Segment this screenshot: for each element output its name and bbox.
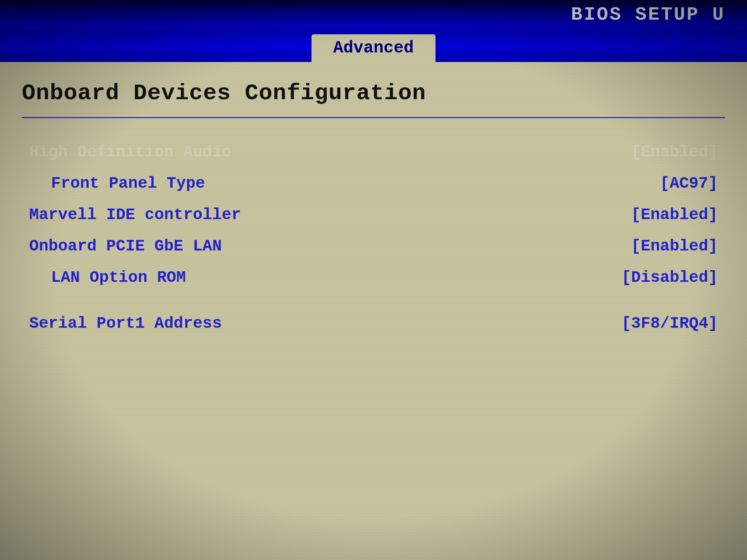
setting-row-lan-option[interactable]: LAN Option ROM [Disabled] <box>22 262 725 293</box>
setting-value-marvell: [Enabled] <box>631 206 718 224</box>
bios-screen: BIOS SETUP U Advanced Onboard Devices Co… <box>0 0 747 560</box>
nav-bar: Advanced <box>0 29 747 62</box>
page-title: Onboard Devices Configuration <box>22 80 725 106</box>
bios-title: BIOS SETUP U <box>571 4 725 26</box>
content-area: Onboard Devices Configuration High Defin… <box>0 62 747 560</box>
setting-row-hda[interactable]: High Definition Audio [Enabled] <box>22 136 725 168</box>
tab-advanced[interactable]: Advanced <box>311 34 436 62</box>
spacer <box>22 293 725 308</box>
setting-row-lan[interactable]: Onboard PCIE GbE LAN [Enabled] <box>22 230 725 262</box>
setting-name-fpt: Front Panel Type <box>29 174 205 192</box>
setting-row-marvell[interactable]: Marvell IDE controller [Enabled] <box>22 199 725 230</box>
setting-row-serial[interactable]: Serial Port1 Address [3F8/IRQ4] <box>22 308 725 339</box>
setting-value-lan-option: [Disabled] <box>622 268 718 287</box>
setting-name-marvell: Marvell IDE controller <box>29 206 241 224</box>
setting-value-fpt: [AC97] <box>660 174 718 192</box>
setting-value-serial: [3F8/IRQ4] <box>622 314 718 332</box>
setting-name-serial: Serial Port1 Address <box>29 314 222 332</box>
setting-name-lan-option: LAN Option ROM <box>29 268 186 287</box>
setting-row-fpt[interactable]: Front Panel Type [AC97] <box>22 168 725 199</box>
setting-name-hda: High Definition Audio <box>29 143 232 161</box>
divider <box>22 117 725 118</box>
setting-name-lan: Onboard PCIE GbE LAN <box>29 237 222 255</box>
settings-list: High Definition Audio [Enabled] Front Pa… <box>22 136 725 339</box>
setting-value-hda: [Enabled] <box>631 143 718 161</box>
setting-value-lan: [Enabled] <box>631 237 718 255</box>
top-bar: BIOS SETUP U <box>0 0 747 29</box>
